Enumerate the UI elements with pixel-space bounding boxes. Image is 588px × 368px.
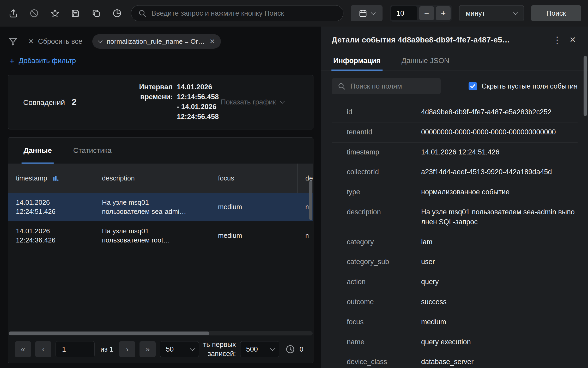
field-key: action xyxy=(332,277,421,287)
sort-icon[interactable] xyxy=(52,175,59,182)
pie-chart-icon[interactable] xyxy=(111,7,124,20)
field-row: descriptionНа узле msq01 пользователем s… xyxy=(332,202,578,232)
page-count-label: из 1 xyxy=(99,345,115,353)
results-area: ✕ Сбросить все normalization_rule_name =… xyxy=(0,27,321,368)
horizontal-scrollbar-track[interactable] xyxy=(9,331,313,335)
field-value: database_server xyxy=(421,357,578,367)
results-tabs: Данные Статистика xyxy=(8,138,313,164)
page-number-input[interactable] xyxy=(56,341,95,357)
field-value: 00000000-0000-0000-0000-000000000000 xyxy=(421,127,578,137)
search-icon xyxy=(138,9,147,18)
table-row[interactable]: 14.01.2026 12:24:36.426 На узле msq01 по… xyxy=(8,221,313,250)
show-chart-label: Показать график xyxy=(221,98,276,106)
decrement-button[interactable]: − xyxy=(419,6,434,20)
toolbar-left-icons xyxy=(7,7,62,20)
vertical-scrollbar[interactable] xyxy=(584,56,587,116)
tab-information[interactable]: Информация xyxy=(332,51,382,71)
column-header-description[interactable]: description xyxy=(94,164,210,193)
table-empty-space xyxy=(8,250,313,331)
upload-icon[interactable] xyxy=(7,7,20,20)
table-header: timestamp description focus dev xyxy=(8,164,313,193)
field-key: tenantId xyxy=(332,127,421,137)
filter-chip-label: normalization_rule_name = Or… xyxy=(107,38,205,46)
interval-stepper: − + xyxy=(390,5,452,22)
column-header-focus[interactable]: focus xyxy=(210,164,298,193)
block-icon[interactable] xyxy=(28,7,41,20)
main-content: ✕ Сбросить все normalization_rule_name =… xyxy=(0,27,588,368)
clear-all-label: Сбросить все xyxy=(38,38,82,46)
field-search[interactable] xyxy=(332,78,441,94)
cell-description: На узле msq01 пользователем root… xyxy=(94,221,210,250)
field-value: query execution xyxy=(421,337,578,347)
tab-data[interactable]: Данные xyxy=(22,138,53,164)
field-value: query xyxy=(421,277,578,287)
field-value: success xyxy=(421,297,578,307)
table-vertical-scrollbar[interactable] xyxy=(309,180,312,220)
chevron-down-icon xyxy=(371,10,375,15)
chevron-down-icon xyxy=(513,10,518,15)
calendar-icon xyxy=(359,9,367,18)
field-key: id xyxy=(332,107,421,117)
page-size-select[interactable]: 50 xyxy=(160,341,199,357)
close-icon[interactable]: ✕ xyxy=(569,36,576,44)
plus-icon: + xyxy=(9,58,15,64)
hide-empty-fields-checkbox[interactable]: Скрыть пустые поля события xyxy=(469,82,578,90)
show-chart-button[interactable]: Показать график xyxy=(221,98,284,106)
field-row: focusmedium xyxy=(332,312,578,332)
star-icon[interactable] xyxy=(49,7,62,20)
cell-timestamp: 14.01.2026 12:24:51.426 xyxy=(8,193,94,221)
results-card: Данные Статистика timestamp description … xyxy=(8,137,313,363)
query-search-input[interactable] xyxy=(151,9,336,17)
query-search-field[interactable] xyxy=(131,5,343,21)
field-key: outcome xyxy=(332,297,421,307)
field-key: type xyxy=(332,187,421,197)
tab-json[interactable]: Данные JSON xyxy=(401,51,451,71)
cell-focus: medium xyxy=(210,193,298,221)
add-filter-button[interactable]: + Добавить фильтр xyxy=(9,57,76,65)
last-page-button[interactable]: » xyxy=(140,341,156,357)
event-fields-list: id4d8a9be8-db9f-4fe7-a487-e5a283b2c252 t… xyxy=(332,102,578,368)
calendar-dropdown[interactable] xyxy=(351,5,383,21)
top-toolbar: − + минут Поиск xyxy=(0,0,588,27)
matches-label: Совпадений xyxy=(23,98,65,107)
column-header-timestamp[interactable]: timestamp xyxy=(8,164,94,193)
horizontal-scrollbar-thumb[interactable] xyxy=(9,332,209,335)
interval-unit-select[interactable]: минут xyxy=(459,5,524,21)
summary-card: Совпадений 2 Интервал времени: 14.01.202… xyxy=(8,75,313,129)
filter-chip[interactable]: normalization_rule_name = Or… ✕ xyxy=(92,34,221,49)
field-key: description xyxy=(332,207,421,227)
field-row: timestamp14.01.2026 12:24:51.426 xyxy=(332,142,578,163)
add-filter-label: Добавить фильтр xyxy=(19,57,76,65)
cell-device: my xyxy=(298,221,313,250)
checkbox-checked-icon[interactable] xyxy=(469,82,477,90)
next-page-button[interactable]: › xyxy=(119,341,135,357)
save-icon[interactable] xyxy=(69,7,82,20)
filter-bar: ✕ Сбросить все normalization_rule_name =… xyxy=(8,34,313,49)
field-row: collectorIda23f14d4-aeef-4513-9920-442a1… xyxy=(332,162,578,182)
field-key: focus xyxy=(332,317,421,327)
record-limit-value: 500 xyxy=(246,345,258,353)
field-row: actionquery xyxy=(332,272,578,292)
search-button[interactable]: Поиск xyxy=(531,5,581,21)
clear-all-filters-button[interactable]: ✕ Сбросить все xyxy=(28,38,82,46)
field-key: collectorId xyxy=(332,167,421,177)
more-menu-icon[interactable]: ⋮ xyxy=(553,35,562,44)
record-limit-select[interactable]: 500 xyxy=(240,341,279,357)
tab-statistics[interactable]: Статистика xyxy=(72,138,113,164)
interval-value-input[interactable] xyxy=(391,6,417,20)
copy-icon[interactable] xyxy=(90,7,103,20)
details-tabs: Информация Данные JSON xyxy=(321,51,588,71)
clipped-time-value: 0 xyxy=(300,345,303,353)
field-row: categoryiam xyxy=(332,232,578,252)
filter-icon[interactable] xyxy=(8,36,18,47)
field-value: iam xyxy=(421,237,578,247)
field-value: 14.01.2026 12:24:51.426 xyxy=(421,147,578,157)
first-page-button[interactable]: « xyxy=(15,341,31,357)
remove-filter-icon[interactable]: ✕ xyxy=(209,38,215,46)
prev-page-button[interactable]: ‹ xyxy=(35,341,51,357)
table-row[interactable]: 14.01.2026 12:24:51.426 На узле msq01 по… xyxy=(8,193,313,221)
increment-button[interactable]: + xyxy=(436,6,451,20)
cell-description: На узле msq01 пользователем sea-admi… xyxy=(94,193,210,221)
field-search-input[interactable] xyxy=(350,82,435,90)
page-size-value: 50 xyxy=(166,345,174,353)
